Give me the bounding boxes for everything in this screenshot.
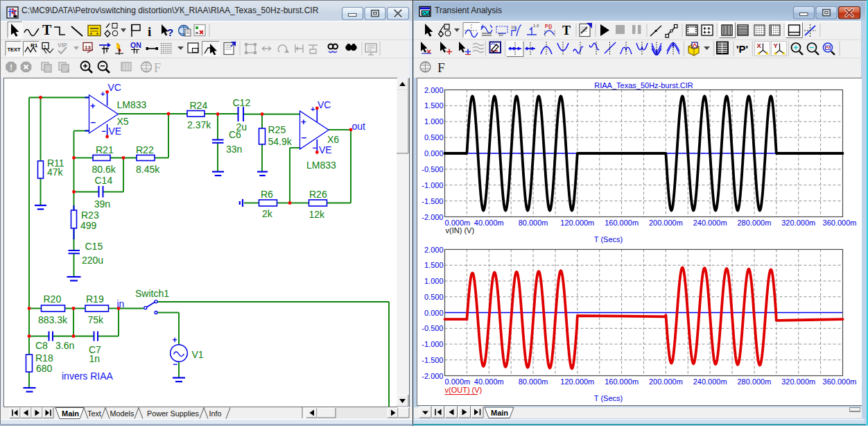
svg-text:0.500: 0.500 bbox=[424, 133, 444, 142]
svg-text:13: 13 bbox=[85, 44, 91, 51]
svg-text:−: − bbox=[313, 144, 317, 152]
svg-text:39n: 39n bbox=[94, 198, 110, 210]
svg-text:80.6k: 80.6k bbox=[92, 164, 116, 175]
svg-text:75k: 75k bbox=[88, 314, 105, 325]
svg-text:R24: R24 bbox=[190, 100, 208, 111]
svg-text:VC: VC bbox=[108, 82, 121, 93]
svg-text:'P': 'P' bbox=[736, 43, 748, 55]
svg-text:160.000m: 160.000m bbox=[605, 219, 639, 227]
svg-text:280.000m: 280.000m bbox=[737, 377, 771, 386]
svg-text:220u: 220u bbox=[82, 255, 103, 266]
svg-text:R25: R25 bbox=[268, 124, 286, 135]
svg-text:R19: R19 bbox=[86, 293, 104, 305]
svg-text:-0.500: -0.500 bbox=[422, 165, 443, 173]
svg-text:VC: VC bbox=[318, 99, 331, 110]
svg-text:Info: Info bbox=[209, 409, 222, 418]
svg-text:out: out bbox=[352, 121, 366, 132]
svg-text:3.6n: 3.6n bbox=[55, 340, 74, 351]
svg-text:80.000m: 80.000m bbox=[519, 377, 548, 386]
svg-text:TEXT: TEXT bbox=[8, 46, 21, 53]
svg-text:R20: R20 bbox=[44, 293, 62, 305]
svg-text:200.000m: 200.000m bbox=[649, 377, 683, 386]
svg-text:-1.500: -1.500 bbox=[422, 356, 443, 364]
svg-text:160.000m: 160.000m bbox=[605, 377, 639, 386]
svg-text:2k: 2k bbox=[262, 208, 273, 219]
svg-text:1.500: 1.500 bbox=[424, 261, 444, 269]
svg-text:40.000m: 40.000m bbox=[474, 219, 504, 227]
svg-text:240.000m: 240.000m bbox=[693, 219, 727, 227]
svg-text:T (Secs): T (Secs) bbox=[594, 394, 623, 402]
svg-text:2.37k: 2.37k bbox=[187, 119, 211, 130]
svg-text:C12: C12 bbox=[233, 97, 251, 108]
svg-text:8.45k: 8.45k bbox=[136, 164, 160, 175]
svg-text:680: 680 bbox=[36, 363, 53, 374]
svg-text:+: + bbox=[90, 101, 96, 111]
svg-text:280.000m: 280.000m bbox=[737, 219, 771, 227]
svg-text:RIAA_Texas_50Hz-burst.CIR: RIAA_Texas_50Hz-burst.CIR bbox=[594, 81, 693, 90]
svg-text:i: i bbox=[148, 24, 151, 39]
svg-text:1n: 1n bbox=[89, 353, 101, 364]
svg-text:360.000m: 360.000m bbox=[823, 377, 857, 386]
svg-text:10: 10 bbox=[498, 33, 503, 37]
svg-text:v(OUT) (V): v(OUT) (V) bbox=[445, 386, 483, 394]
svg-text:C8: C8 bbox=[35, 340, 48, 351]
svg-text:R21: R21 bbox=[96, 144, 114, 155]
svg-text:80.000m: 80.000m bbox=[519, 219, 548, 227]
svg-text:+: + bbox=[101, 90, 105, 98]
svg-text:0.000: 0.000 bbox=[424, 149, 444, 157]
svg-text:-1.000: -1.000 bbox=[422, 181, 443, 189]
svg-text:Y: Y bbox=[774, 42, 779, 49]
svg-text:−: − bbox=[302, 133, 307, 143]
svg-text:F(): F() bbox=[545, 23, 553, 29]
svg-text:F: F bbox=[437, 60, 445, 75]
svg-text:-2.000: -2.000 bbox=[422, 372, 443, 380]
svg-text:−: − bbox=[173, 359, 177, 369]
svg-text:C6: C6 bbox=[229, 129, 241, 140]
svg-text:12k: 12k bbox=[309, 209, 326, 220]
svg-text:invers RIAA: invers RIAA bbox=[62, 370, 114, 382]
svg-text:33n: 33n bbox=[226, 144, 242, 155]
svg-text:T: T bbox=[42, 22, 52, 37]
svg-text:499: 499 bbox=[80, 220, 97, 231]
svg-text:2.000: 2.000 bbox=[424, 86, 444, 94]
svg-text:Text: Text bbox=[87, 409, 101, 418]
svg-text:-1.500: -1.500 bbox=[422, 197, 443, 205]
svg-text:360.000m: 360.000m bbox=[823, 219, 857, 227]
svg-text:!: ! bbox=[10, 63, 12, 71]
svg-text:C14: C14 bbox=[95, 175, 113, 186]
svg-text:10: 10 bbox=[511, 25, 516, 29]
svg-text:1.000: 1.000 bbox=[424, 117, 444, 126]
svg-text:R6: R6 bbox=[261, 189, 273, 200]
svg-text:1.000: 1.000 bbox=[424, 277, 444, 285]
svg-text:Main: Main bbox=[62, 409, 79, 418]
svg-text:ON: ON bbox=[130, 41, 141, 49]
svg-text:C15: C15 bbox=[85, 241, 103, 252]
svg-text:120.000m: 120.000m bbox=[560, 219, 594, 227]
svg-text:R22: R22 bbox=[136, 144, 154, 155]
svg-text:T (Secs): T (Secs) bbox=[594, 235, 623, 244]
svg-text:Main: Main bbox=[491, 409, 508, 417]
svg-text:LM833: LM833 bbox=[306, 160, 336, 171]
svg-text:240.000m: 240.000m bbox=[693, 377, 727, 386]
svg-text:-0.500: -0.500 bbox=[422, 324, 443, 332]
svg-text:R26: R26 bbox=[309, 189, 327, 200]
svg-text:40.000m: 40.000m bbox=[474, 377, 504, 386]
svg-text:47k: 47k bbox=[47, 167, 64, 178]
svg-text:Models: Models bbox=[110, 409, 134, 418]
svg-text:V1: V1 bbox=[192, 349, 204, 360]
svg-text:v(IN) (V): v(IN) (V) bbox=[446, 226, 475, 235]
svg-text:VE: VE bbox=[109, 126, 122, 137]
svg-text:883.3k: 883.3k bbox=[38, 314, 68, 325]
svg-text:Switch1: Switch1 bbox=[135, 288, 169, 299]
svg-text:-1.000: -1.000 bbox=[422, 340, 443, 348]
svg-text:-2.000: -2.000 bbox=[422, 213, 443, 221]
svg-text:−: − bbox=[91, 117, 96, 128]
svg-text:0.500: 0.500 bbox=[424, 293, 444, 301]
svg-text:?: ? bbox=[167, 26, 173, 38]
svg-text:0.000m: 0.000m bbox=[445, 377, 471, 386]
svg-text:+: + bbox=[301, 117, 306, 127]
svg-text:X: X bbox=[757, 42, 762, 49]
svg-text:200.000m: 200.000m bbox=[649, 219, 683, 227]
svg-text:+: + bbox=[311, 105, 315, 113]
svg-text:F: F bbox=[154, 61, 161, 75]
